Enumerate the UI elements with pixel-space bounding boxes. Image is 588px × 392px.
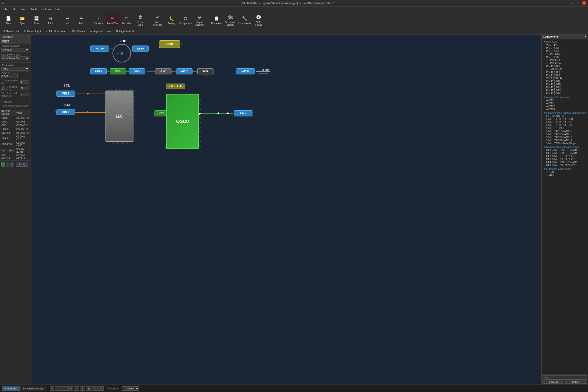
tab-properties[interactable]: Properties bbox=[2, 386, 20, 391]
tree-item-2bit-lut2[interactable]: 2-bit LUT2 /DFF/LATCH2 bbox=[542, 124, 588, 127]
redo-button[interactable]: ↪Redo bbox=[75, 13, 88, 27]
set-label-button[interactable]: 🏷Set Label bbox=[120, 13, 133, 27]
open-button[interactable]: 📂Open bbox=[16, 13, 29, 27]
tree-item-pin20[interactable]: PIN 20 (I/O14) bbox=[542, 92, 588, 95]
tab-schematic-library[interactable]: Schematic Library bbox=[20, 386, 46, 391]
vdd-blue-node[interactable]: VDD bbox=[129, 68, 145, 74]
show-all-button[interactable]: Show all bbox=[542, 380, 564, 384]
tree-item-mf0[interactable]: MF0 (4-bit LUT10, DFF/LATCH... bbox=[542, 149, 588, 152]
pin9-node[interactable]: PIN 9 bbox=[56, 109, 75, 115]
apply-button[interactable]: Apply bbox=[16, 162, 28, 166]
nvm-viewer-button[interactable]: 💿NVM Viewer bbox=[252, 13, 265, 27]
properties-button[interactable]: 📋Properties bbox=[210, 13, 223, 27]
tree-item-pin15[interactable]: PIN 15 (I/O1) bbox=[542, 80, 588, 83]
project-settings-button[interactable]: ⚙Project Settings bbox=[193, 13, 206, 27]
tree-group-io-pads-label[interactable]: ▼ I/O PADs bbox=[542, 40, 588, 44]
simulation-select[interactable]: * Default bbox=[122, 386, 139, 390]
align-horizontal-button[interactable]: ⇌ Align Horizontal bbox=[89, 29, 113, 33]
tree-item-3bit-lut4-1[interactable]: 3-bit LUT4/DFF/LATCH1 bbox=[542, 133, 588, 136]
vdd-green-node[interactable]: VDD bbox=[110, 68, 126, 74]
tree-group-multi-label[interactable]: ▼ Multi-functional Components bbox=[542, 145, 588, 149]
save-button[interactable]: 💾Save bbox=[30, 13, 43, 27]
tree-item-pin12[interactable]: PIN 12 (I/O9) bbox=[542, 71, 588, 74]
zoom-select-button[interactable]: ▦ bbox=[86, 386, 92, 390]
tree-item-pin5[interactable]: PIN 5 (I/O3) bbox=[542, 56, 588, 58]
zoom-percent-button[interactable]: ⊠ bbox=[98, 386, 104, 390]
out0-divider-input[interactable] bbox=[20, 86, 29, 90]
set-wire-button[interactable]: ╱Set Wire bbox=[92, 13, 105, 27]
tree-item-3bit-lut4-0[interactable]: 3-bit LUT4/DFF/LATCHO bbox=[542, 130, 588, 133]
print-button[interactable]: 🖨Print bbox=[44, 13, 57, 27]
tree-item-pin9[interactable]: PIN 9 (SDA) bbox=[542, 62, 588, 65]
properties-close-icon[interactable]: ✕ bbox=[27, 35, 29, 38]
tree-group-analog-label[interactable]: ▼ Analog Comparators bbox=[542, 96, 588, 99]
clock-table-row[interactable]: CLK 4096OSC0 /8 /4096 bbox=[0, 142, 30, 147]
tree-item-pin4[interactable]: PIN 4 (I/O2) bbox=[542, 52, 588, 56]
comparison-button[interactable]: ⚖Comparison bbox=[179, 13, 192, 27]
tree-item-mf2[interactable]: MF2 (3-bit LUT0, DFF/LATCH... bbox=[542, 155, 588, 158]
i2c-node[interactable]: I2C bbox=[106, 90, 134, 142]
clock-table-row[interactable]: OUT0OSC0 /8 /24 bbox=[0, 116, 30, 120]
clk-predivider-input[interactable] bbox=[20, 80, 29, 84]
components-button[interactable]: 🔧Components bbox=[238, 13, 251, 27]
align-vertical-button[interactable]: ⇅ Align Vertical bbox=[114, 29, 135, 33]
menu-edit[interactable]: Edit bbox=[10, 7, 18, 12]
tree-item-mf5[interactable]: MF5 (3-bit LUT1, DFF/LATC... bbox=[542, 164, 588, 167]
maximize-button[interactable]: □ bbox=[576, 1, 580, 5]
debug-button[interactable]: 🐛Debug bbox=[165, 13, 178, 27]
tree-item-a-cmp2l[interactable]: A CMP2L bbox=[542, 105, 588, 108]
menu-view[interactable]: View bbox=[19, 7, 28, 12]
tree-item-pin16[interactable]: PIN 16 (I/O10) bbox=[542, 83, 588, 86]
reset-view-button[interactable]: ⊞ bbox=[80, 386, 86, 390]
tree-item-pin10[interactable]: PIN 10 (I/O8) bbox=[542, 65, 588, 68]
menu-options[interactable]: Options bbox=[40, 7, 53, 12]
hide-all-button[interactable]: Hide all bbox=[565, 380, 587, 384]
clock-table-row[interactable]: CLK /32768OSC0 /8 /32768 bbox=[0, 148, 30, 154]
tree-item-mf3[interactable]: MF3 (3-bit LUT1, DFF/LATCH... bbox=[542, 158, 588, 161]
arrow-icon[interactable]: → bbox=[6, 162, 9, 166]
por-node[interactable]: POR bbox=[197, 68, 214, 74]
osc-freq-input[interactable] bbox=[2, 75, 18, 78]
tree-item-gnd-pin11[interactable]: GND (PIN 11) bbox=[542, 68, 588, 71]
clock-table-row[interactable]: CLK /8OSC0 /8 /8 bbox=[0, 128, 30, 131]
tree-item-3bit-lut4-3[interactable]: 3-bit LUT4/DFF/LATCH3 bbox=[542, 139, 588, 142]
clock-table-row[interactable]: CLK /512OSC0 /8 /512 bbox=[0, 135, 30, 141]
zoom-out-button[interactable]: − bbox=[50, 386, 54, 390]
filter-input[interactable] bbox=[542, 376, 587, 380]
erase-wire-button[interactable]: ✏Erase Wire bbox=[106, 13, 119, 27]
control-pin-mode-select[interactable]: Force on Force off I2C controlled bbox=[2, 48, 29, 52]
tree-item-a-cmp3l[interactable]: A CMP3L bbox=[542, 108, 588, 111]
info-icon[interactable]: ℹ bbox=[2, 162, 5, 166]
rotate-right-button[interactable]: ↻ Rotate Right bbox=[22, 29, 42, 33]
erase-label-button[interactable]: 🗑Erase Label bbox=[134, 13, 147, 27]
tree-group-combination-label[interactable]: ▼ Combination Function Components bbox=[542, 111, 588, 114]
components-panel-close-icon[interactable]: ✕ bbox=[584, 35, 586, 38]
gnd-node[interactable]: GND bbox=[155, 68, 172, 74]
tree-item-pin13[interactable]: PIN 13 (I/O8) bbox=[542, 74, 588, 77]
tree-item-2bit-lut3[interactable]: 2-bit LUT3 PGEN bbox=[542, 127, 588, 130]
net10-node-1[interactable]: NET10 bbox=[90, 46, 109, 52]
undo-button[interactable]: ↩Undo bbox=[61, 13, 74, 27]
schematic-canvas[interactable]: VDD − V + VDD2 NET10 NET9 NET9 VDD VDD bbox=[31, 34, 541, 384]
tree-item-2bit-lut1-1[interactable]: 2-bit LUT1 /DFF/LATCH1 bbox=[542, 121, 588, 124]
tree-item-vdd2-pin14[interactable]: VDD2 (PIN 14) bbox=[542, 77, 588, 80]
tree-item-3bit-lut5[interactable]: 3-bit LUT5/Pipe Delay/Ripple... bbox=[542, 142, 588, 145]
net10-node-3[interactable]: NET10 bbox=[236, 68, 255, 74]
flip-vertical-button[interactable]: ↕ Flip Vertical bbox=[68, 30, 87, 33]
tree-item-filter-edge[interactable]: FILTER/EDGE DET bbox=[542, 114, 588, 118]
tree-item-gnd-ext[interactable]: GND bbox=[542, 170, 588, 174]
rules-checker-button[interactable]: ✔Rules Checker bbox=[151, 13, 164, 27]
tree-group-external-label[interactable]: ▼ External Components bbox=[542, 167, 588, 170]
menu-help[interactable]: Help bbox=[54, 7, 63, 12]
pin8-node[interactable]: PIN 8 bbox=[56, 90, 75, 96]
clock-table-row[interactable]: CLKOSC0 /8 /1 bbox=[0, 124, 30, 127]
clock-table-row[interactable]: CLK /64OSC0 /8 /64 bbox=[0, 131, 30, 135]
fit-button[interactable]: ⊡ bbox=[74, 386, 79, 390]
tree-item-mf1[interactable]: MF1 (4-bit LUT10, DFF/LATCH... bbox=[542, 152, 588, 155]
tree-item-a-cmph[interactable]: A CMPH bbox=[542, 99, 588, 102]
tree-item-pin19[interactable]: PIN 19 (I/O13) bbox=[542, 89, 588, 92]
new-button[interactable]: 📄New bbox=[2, 13, 15, 27]
tree-item-a-cmph2[interactable]: A CMPH bbox=[542, 102, 588, 105]
tree-item-2bit-lut1-0[interactable]: 2-bit LUT1 /DFF/LATCHO bbox=[542, 118, 588, 121]
grid-button[interactable]: ⊟ bbox=[92, 386, 98, 390]
